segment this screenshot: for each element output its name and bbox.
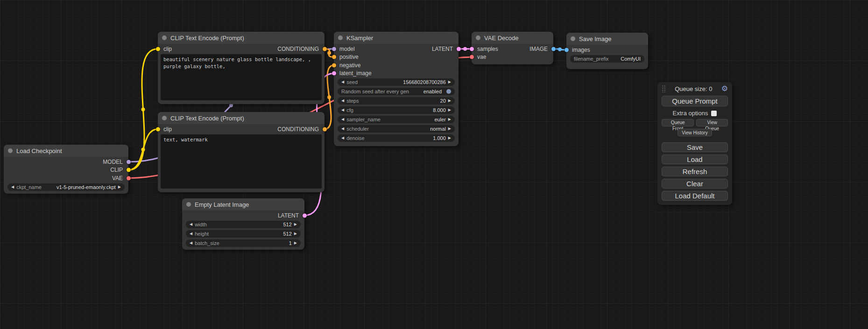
node-title-bar[interactable]: KSampler — [334, 32, 459, 44]
collapse-toggle-icon[interactable] — [162, 116, 167, 120]
node-title-bar[interactable]: VAE Decode — [472, 32, 553, 44]
decrement-arrow-icon[interactable]: ◀ — [190, 232, 192, 236]
vae-input-slot[interactable] — [470, 55, 474, 59]
clip-input-slot[interactable] — [156, 47, 160, 51]
LATENT-output-slot[interactable] — [457, 47, 461, 51]
widget-value: 156680208700286 — [403, 79, 446, 85]
widget-name: ckpt_name — [16, 184, 42, 190]
collapse-toggle-icon[interactable] — [476, 35, 480, 40]
collapse-toggle-icon[interactable] — [8, 148, 13, 153]
images-input-slot[interactable] — [565, 48, 569, 52]
decrement-arrow-icon[interactable]: ◀ — [341, 108, 344, 112]
widget-sampler_name[interactable]: ◀sampler_nameeuler▶ — [338, 116, 455, 123]
latent_image-input-slot[interactable] — [332, 71, 336, 76]
node-title-bar[interactable]: Load Checkpoint — [4, 145, 128, 157]
widget-random-seed-after-every-gen[interactable]: Random seed after every genenabled — [338, 88, 455, 95]
node-clip-text-encode-positive[interactable]: CLIP Text Encode (Prompt)clipCONDITIONIN… — [158, 32, 325, 104]
increment-arrow-icon[interactable]: ▶ — [448, 118, 451, 121]
node-title-bar[interactable]: CLIP Text Encode (Prompt) — [158, 32, 325, 44]
positive-input-slot[interactable] — [332, 55, 336, 59]
widget-steps[interactable]: ◀steps20▶ — [338, 97, 455, 105]
decrement-arrow-icon[interactable]: ◀ — [341, 80, 344, 84]
widget-width[interactable]: ◀width512▶ — [186, 221, 301, 228]
seed-toggle-dot-icon[interactable] — [446, 89, 451, 94]
extra-options-checkbox[interactable] — [711, 111, 717, 116]
node-empty-latent-image[interactable]: Empty Latent ImageLATENT◀width512▶◀heigh… — [182, 198, 304, 250]
node-title-bar[interactable]: CLIP Text Encode (Prompt) — [158, 112, 325, 124]
widgets: ◀width512▶◀height512▶◀batch_size1▶ — [182, 220, 304, 251]
clear-button[interactable]: Clear — [662, 179, 728, 189]
clip-input-slot[interactable] — [156, 127, 160, 131]
queue-front-button[interactable]: Queue Front — [662, 119, 694, 126]
increment-arrow-icon[interactable]: ▶ — [448, 136, 451, 140]
increment-arrow-icon[interactable]: ▶ — [448, 80, 451, 84]
samples-input-slot[interactable] — [470, 47, 474, 51]
save-button[interactable]: Save — [662, 142, 728, 152]
decrement-arrow-icon[interactable]: ◀ — [190, 223, 192, 226]
decrement-arrow-icon[interactable]: ◀ — [341, 118, 344, 121]
widget-denoise[interactable]: ◀denoise1.000▶ — [338, 134, 455, 142]
slot-row: vae — [472, 53, 553, 62]
node-save-image[interactable]: Save Imageimagesfilename_prefixComfyUI — [566, 33, 648, 69]
LATENT-output-slot[interactable] — [303, 213, 307, 217]
increment-arrow-icon[interactable]: ▶ — [294, 232, 297, 236]
graph-canvas[interactable]: CLIP Text Encode (Prompt)clipCONDITIONIN… — [0, 0, 868, 329]
node-load-checkpoint[interactable]: Load CheckpointMODELCLIPVAE◀ckpt_namev1-… — [4, 145, 128, 194]
node-title-bar[interactable]: Empty Latent Image — [182, 198, 304, 210]
negative-input-slot[interactable] — [332, 63, 336, 67]
widget-cfg[interactable]: ◀cfg8.000▶ — [338, 106, 455, 114]
MODEL-output-slot[interactable] — [127, 160, 131, 164]
slot-rows: LATENT — [182, 211, 304, 220]
increment-arrow-icon[interactable]: ▶ — [448, 127, 451, 131]
view-queue-button[interactable]: View Queue — [696, 119, 728, 126]
CLIP-output-slot[interactable] — [127, 168, 131, 172]
node-clip-text-encode-negative[interactable]: CLIP Text Encode (Prompt)clipCONDITIONIN… — [158, 112, 325, 192]
prompt-textarea[interactable] — [161, 134, 322, 189]
queue-panel: Queue size: 0 ⚙ Queue Prompt Extra optio… — [657, 82, 732, 205]
output-slot-label: CONDITIONING — [277, 126, 319, 133]
slot-rows: samplesIMAGEvae — [472, 45, 553, 61]
widget-value: 512 — [283, 231, 291, 237]
CONDITIONING-output-slot[interactable] — [323, 47, 327, 51]
widget-seed[interactable]: ◀seed156680208700286▶ — [338, 78, 455, 86]
CONDITIONING-output-slot[interactable] — [323, 127, 327, 131]
widget-height[interactable]: ◀height512▶ — [186, 230, 301, 238]
prompt-textarea[interactable] — [161, 54, 322, 101]
collapse-toggle-icon[interactable] — [162, 35, 167, 40]
model-input-slot[interactable] — [332, 47, 336, 51]
decrement-arrow-icon[interactable]: ◀ — [341, 136, 344, 140]
node-title: CLIP Text Encode (Prompt) — [170, 35, 244, 42]
increment-arrow-icon[interactable]: ▶ — [448, 99, 451, 103]
view-history-button[interactable]: View History — [677, 129, 712, 136]
decrement-arrow-icon[interactable]: ◀ — [341, 127, 344, 131]
decrement-arrow-icon[interactable]: ◀ — [341, 99, 344, 103]
queue-prompt-button[interactable]: Queue Prompt — [662, 96, 728, 106]
decrement-arrow-icon[interactable]: ◀ — [11, 185, 14, 189]
settings-gear-icon[interactable]: ⚙ — [721, 85, 728, 92]
widget-filename_prefix[interactable]: filename_prefixComfyUI — [570, 55, 644, 63]
increment-arrow-icon[interactable]: ▶ — [294, 223, 297, 226]
VAE-output-slot[interactable] — [127, 176, 131, 180]
widgets: ◀ckpt_namev1-5-pruned-emaonly.ckpt▶ — [4, 182, 128, 195]
output-slot-label: CONDITIONING — [277, 46, 319, 52]
decrement-arrow-icon[interactable]: ◀ — [190, 241, 192, 245]
collapse-toggle-icon[interactable] — [338, 35, 343, 40]
increment-arrow-icon[interactable]: ▶ — [448, 108, 451, 112]
load-default-button[interactable]: Load Default — [662, 191, 728, 201]
widget-batch_size[interactable]: ◀batch_size1▶ — [186, 239, 301, 247]
increment-arrow-icon[interactable]: ▶ — [294, 241, 297, 245]
widget-scheduler[interactable]: ◀schedulernormal▶ — [338, 125, 455, 133]
node-vae-decode[interactable]: VAE DecodesamplesIMAGEvae — [472, 32, 553, 64]
node-ksampler[interactable]: KSamplermodelLATENTpositivenegativelaten… — [334, 32, 459, 146]
extra-options-label: Extra options — [673, 110, 708, 117]
collapse-toggle-icon[interactable] — [186, 202, 191, 207]
widget-ckpt_name[interactable]: ◀ckpt_namev1-5-pruned-emaonly.ckpt▶ — [7, 183, 125, 191]
drag-handle-icon[interactable] — [662, 85, 666, 92]
collapse-toggle-icon[interactable] — [571, 36, 575, 41]
refresh-button[interactable]: Refresh — [662, 167, 728, 176]
increment-arrow-icon[interactable]: ▶ — [118, 185, 121, 189]
node-title-bar[interactable]: Save Image — [566, 33, 648, 45]
IMAGE-output-slot[interactable] — [551, 47, 556, 51]
load-button[interactable]: Load — [662, 154, 728, 164]
widget-value: normal — [430, 126, 446, 132]
